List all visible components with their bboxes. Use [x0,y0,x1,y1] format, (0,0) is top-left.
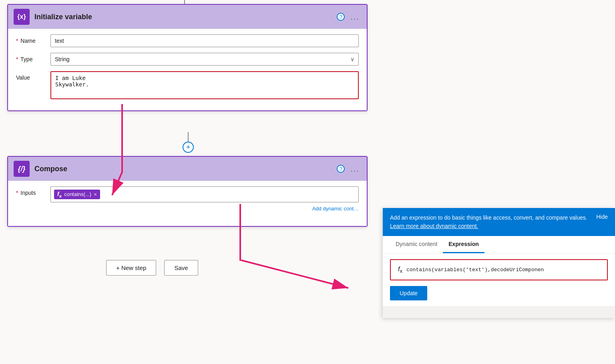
inputs-field-row: * Inputs fx contains(...) × Add dynamic … [16,186,359,215]
compose-more-btn[interactable]: ... [349,163,361,175]
name-field-row: * Name [16,34,359,47]
type-label-text: Type [20,56,32,62]
expr-tabs: Dynamic content Expression [383,236,615,254]
name-input[interactable] [50,34,359,47]
bottom-buttons: + New step Save [106,260,198,276]
compose-card-body: * Inputs fx contains(...) × Add dynamic … [8,181,367,226]
type-select[interactable]: String ∨ [50,53,359,66]
chevron-down-icon: ∨ [350,56,354,62]
token-text: contains(...) [64,191,91,197]
type-field-row: * Type String ∨ [16,53,359,66]
compose-card: {/} Compose ? ... * Inputs fx cont [7,156,368,227]
update-button[interactable]: Update [390,286,427,300]
expr-description: Add an expression to do basic things lik… [390,214,587,221]
token-fx-icon: fx [57,191,62,198]
type-label: * Type [16,53,44,62]
inputs-field[interactable]: fx contains(...) × [50,186,359,202]
compose-card-actions: ? ... [337,163,361,175]
hide-panel-btn[interactable]: Hide [596,214,608,220]
init-help-btn[interactable]: ? [337,13,345,21]
name-required-star: * [16,38,18,44]
expression-panel: Add an expression to do basic things lik… [383,208,615,318]
init-more-btn[interactable]: ... [349,11,361,23]
mid-line-1 [188,132,189,142]
expr-input-area[interactable]: fx contains(variables('text'),decodeUriC… [390,259,608,280]
tab-expression-label: Expression [448,241,478,247]
tab-dynamic-content[interactable]: Dynamic content [390,236,443,253]
value-input[interactable]: I am Luke Skywalker. [50,71,359,99]
expr-value: contains(variables('text'),decodeUriComp… [406,267,600,273]
learn-more-link[interactable]: Learn more about dynamic content. [390,223,478,229]
add-dynamic-row: Add dynamic cont… [50,202,359,215]
name-label: * Name [16,34,44,44]
inputs-container: fx contains(...) × Add dynamic cont… [50,186,359,215]
tab-expression[interactable]: Expression [443,236,484,253]
add-dynamic-link[interactable]: Add dynamic cont… [312,204,359,213]
init-card-body: * Name * Type String ∨ Value [8,29,367,110]
compose-card-icon: {/} [14,161,30,177]
initialize-variable-card: {x} Initialize variable ? ... * Name * [7,4,368,111]
compose-card-header: {/} Compose ? ... [8,157,367,181]
init-card-header: {x} Initialize variable ? ... [8,5,367,29]
expr-panel-header: Add an expression to do basic things lik… [383,208,615,236]
compose-card-title: Compose [34,165,332,173]
save-button[interactable]: Save [164,260,198,276]
tab-dynamic-content-label: Dynamic content [396,241,437,247]
contains-token[interactable]: fx contains(...) × [54,190,100,200]
init-card-icon: {x} [14,9,30,25]
expr-panel-footer [383,306,615,318]
init-card-title: Initialize variable [34,13,332,21]
canvas: ↓ {x} Initialize variable ? ... * Name [0,0,615,364]
fx-icon: fx [398,266,402,274]
type-select-value: String [55,56,70,62]
expr-header-text: Add an expression to do basic things lik… [390,214,590,230]
inputs-label-text: Inputs [20,190,36,196]
init-icon-symbol: {x} [17,13,26,21]
value-label: Value [16,71,44,81]
add-step-btn[interactable]: + [183,142,194,153]
type-required-star: * [16,56,18,62]
name-label-text: Name [20,38,35,44]
value-field-row: Value I am Luke Skywalker. [16,71,359,99]
token-close-btn[interactable]: × [94,191,97,198]
init-card-actions: ? ... [337,11,361,23]
inputs-label: * Inputs [16,186,44,196]
inputs-required-star: * [16,190,18,196]
compose-help-btn[interactable]: ? [337,165,345,173]
compose-icon-symbol: {/} [18,165,25,173]
new-step-button[interactable]: + New step [106,260,156,276]
value-label-text: Value [16,74,30,81]
